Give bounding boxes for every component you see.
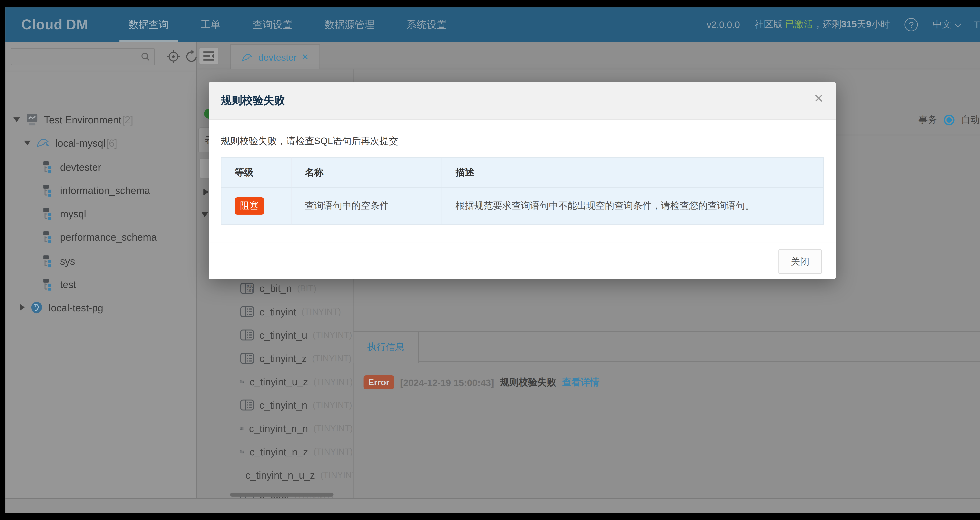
search-input[interactable] bbox=[15, 50, 138, 63]
clouddm-logo: CloudDM bbox=[21, 17, 89, 33]
view-details-link[interactable]: 查看详情 bbox=[562, 376, 600, 388]
mysql-dolphin-icon bbox=[36, 137, 50, 149]
collapse-arrow-icon[interactable] bbox=[13, 117, 20, 122]
schema-icon bbox=[43, 230, 55, 243]
block-level-badge: 阻塞 bbox=[235, 197, 264, 215]
postgres-icon bbox=[30, 301, 43, 314]
numeric-column-icon bbox=[240, 352, 254, 364]
binary-column-icon: 010101 bbox=[240, 282, 254, 294]
locate-icon[interactable] bbox=[166, 49, 181, 64]
numeric-column-icon bbox=[240, 422, 243, 434]
column-row[interactable]: c_tinyint_n_n (TINYINT) bbox=[240, 418, 353, 438]
column-name: c_tinyint_n bbox=[259, 399, 307, 411]
tree-node-environment[interactable]: Test Environment[2] bbox=[13, 111, 133, 127]
column-name: c_tinyint_n_n bbox=[249, 422, 308, 434]
tree-node-label: local-test-pg bbox=[49, 302, 103, 313]
transaction-label: 事务 bbox=[918, 114, 937, 126]
collapse-arrow-icon[interactable] bbox=[24, 140, 31, 145]
tree-node-label: sys bbox=[60, 255, 75, 266]
column-row[interactable]: c_tinyint_n_z (TINYINT) bbox=[240, 441, 353, 461]
language-label: 中文 bbox=[933, 19, 951, 30]
modal-header: 规则校验失败 ✕ bbox=[209, 82, 836, 120]
tree-node-schema-information-schema[interactable]: information_schema bbox=[43, 182, 150, 198]
tree-node-label: local-mysql bbox=[55, 137, 105, 148]
license-status: 社区版 已激活，还剩315天9小时 bbox=[755, 19, 890, 30]
header-level: 等级 bbox=[221, 158, 291, 187]
top-navbar: CloudDM 数据查询 工单 查询设置 数据源管理 系统设置 v2.0.0.0… bbox=[5, 7, 980, 42]
column-type: (TINYINT) bbox=[313, 446, 353, 457]
tree-node-schema-performance-schema[interactable]: performance_schema bbox=[43, 229, 157, 245]
expand-arrow-icon[interactable] bbox=[20, 304, 25, 311]
schema-icon bbox=[43, 184, 55, 197]
schema-icon bbox=[43, 277, 55, 290]
column-type: (TINYINT) bbox=[320, 470, 353, 480]
tree-node-local-test-pg[interactable]: local-test-pg bbox=[20, 300, 103, 315]
connection-sidebar: Test Environment[2] local-mysql[6] devte… bbox=[5, 42, 197, 498]
collapse-sidebar-button[interactable] bbox=[199, 48, 219, 65]
collapse-arrow-icon[interactable] bbox=[200, 211, 210, 219]
environment-icon bbox=[25, 113, 38, 126]
connection-tabbar: devtester ✕ bbox=[197, 42, 980, 70]
column-name: c_bit_n bbox=[259, 282, 292, 294]
menu-item-system-settings[interactable]: 系统设置 bbox=[391, 7, 463, 42]
column-type: (TINYINT) bbox=[313, 400, 352, 410]
tree-node-label: Test Environment bbox=[44, 114, 121, 125]
refresh-icon[interactable] bbox=[184, 49, 199, 64]
modal-footer: 关闭 bbox=[209, 243, 836, 279]
tab-execution-info[interactable]: 执行信息 bbox=[353, 332, 419, 363]
column-row[interactable]: c_tinyint (TINYINT) bbox=[240, 301, 353, 321]
column-name: c_tinyint_u bbox=[259, 329, 307, 340]
tree-node-schema-test[interactable]: test bbox=[43, 276, 76, 292]
column-name: c_tinyint_n_z bbox=[250, 445, 308, 457]
schema-icon bbox=[43, 254, 55, 267]
menu-item-query-settings[interactable]: 查询设置 bbox=[237, 7, 309, 42]
horizontal-scrollbar[interactable] bbox=[230, 493, 333, 496]
column-name: c_tinyint bbox=[259, 306, 296, 317]
tree-node-schema-devtester[interactable]: devtester bbox=[43, 159, 101, 174]
language-selector[interactable]: 中文 bbox=[933, 19, 959, 30]
cell-name: 查询语句中的空条件 bbox=[291, 188, 442, 224]
rule-validation-modal: 规则校验失败 ✕ 规则校验失败，请检查SQL语句后再次提交 等级 名称 描述 阻… bbox=[209, 82, 836, 279]
tree-node-label: mysql bbox=[60, 208, 86, 219]
username-label[interactable]: Trial bbox=[974, 19, 980, 30]
tab-label: devtester bbox=[258, 52, 297, 62]
radio-auto-label[interactable]: 自动 bbox=[961, 114, 980, 126]
tab-label: 执行信息 bbox=[367, 341, 404, 353]
menu-item-datasource-management[interactable]: 数据源管理 bbox=[309, 7, 391, 42]
tree-node-local-mysql[interactable]: local-mysql[6] bbox=[24, 135, 117, 151]
tree-node-label: information_schema bbox=[60, 184, 150, 196]
tree-node-label: devtester bbox=[60, 161, 101, 172]
header-name: 名称 bbox=[291, 158, 442, 187]
rule-violation-table: 等级 名称 描述 阻塞 查询语句中的空条件 根据规范要求查询语句中不能出现空的查… bbox=[221, 157, 824, 225]
sidebar-toolbar bbox=[5, 42, 196, 71]
column-row[interactable]: 010101 c_bit_n (BIT) bbox=[240, 278, 353, 298]
close-icon[interactable]: ✕ bbox=[814, 93, 824, 105]
column-row[interactable]: c_tinyint_n (TINYINT) bbox=[240, 395, 353, 415]
tree-node-schema-sys[interactable]: sys bbox=[43, 253, 75, 269]
tab-devtester[interactable]: devtester ✕ bbox=[230, 44, 320, 69]
help-icon[interactable]: ? bbox=[905, 18, 918, 31]
radio-auto[interactable] bbox=[944, 115, 955, 125]
tree-node-schema-mysql[interactable]: mysql bbox=[43, 205, 86, 222]
column-row[interactable]: c_tinyint_z (TINYINT) bbox=[240, 348, 353, 368]
menu-item-data-query[interactable]: 数据查询 bbox=[113, 7, 185, 42]
column-row[interactable]: c_tinyint_u_z (TINYINT) bbox=[240, 371, 353, 392]
logo-text-cloud: Cloud bbox=[21, 17, 63, 32]
logo-text-dm: DM bbox=[66, 17, 89, 32]
column-type: (TINYINT) bbox=[312, 353, 352, 363]
menu-item-tickets[interactable]: 工单 bbox=[185, 7, 236, 42]
svg-text:101: 101 bbox=[247, 289, 253, 293]
results-tabbar: 执行信息 bbox=[353, 331, 980, 362]
activated-label: 已激活 bbox=[785, 19, 813, 29]
modal-title: 规则校验失败 bbox=[221, 94, 285, 108]
column-name: c_tinyint_z bbox=[259, 352, 307, 364]
tree-node-label: performance_schema bbox=[60, 231, 157, 243]
chevron-down-icon bbox=[955, 21, 961, 27]
column-row[interactable]: c_tinyint_u (TINYINT) bbox=[240, 325, 353, 345]
close-tab-icon[interactable]: ✕ bbox=[301, 52, 309, 62]
numeric-column-icon bbox=[240, 399, 254, 411]
column-row[interactable]: c_tinyint_n_u_z (TINYINT) bbox=[240, 465, 353, 485]
modal-body: 规则校验失败，请检查SQL语句后再次提交 等级 名称 描述 阻塞 查询语句中的空… bbox=[221, 120, 824, 225]
close-button[interactable]: 关闭 bbox=[778, 249, 822, 274]
mysql-dolphin-icon bbox=[242, 52, 254, 62]
